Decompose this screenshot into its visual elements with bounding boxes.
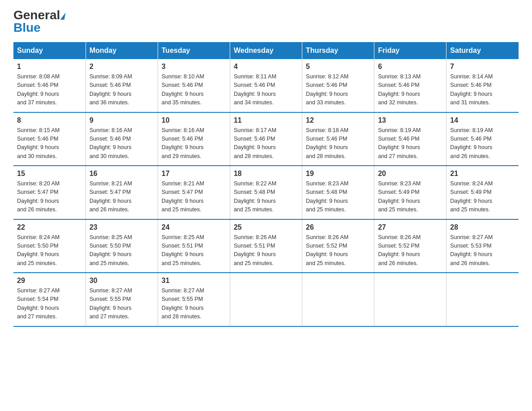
day-number: 25 <box>234 223 298 231</box>
week-row-4: 22Sunrise: 8:24 AMSunset: 5:50 PMDayligh… <box>13 219 519 273</box>
day-number: 8 <box>17 116 82 124</box>
calendar-cell: 28Sunrise: 8:27 AMSunset: 5:53 PMDayligh… <box>446 219 519 273</box>
calendar-cell: 6Sunrise: 8:13 AMSunset: 5:46 PMDaylight… <box>374 59 446 112</box>
calendar-cell: 20Sunrise: 8:23 AMSunset: 5:49 PMDayligh… <box>374 166 446 219</box>
calendar-cell: 4Sunrise: 8:11 AMSunset: 5:46 PMDaylight… <box>230 59 302 112</box>
day-info: Sunrise: 8:13 AMSunset: 5:46 PMDaylight:… <box>378 73 442 107</box>
calendar-cell: 31Sunrise: 8:27 AMSunset: 5:55 PMDayligh… <box>158 273 230 326</box>
week-row-5: 29Sunrise: 8:27 AMSunset: 5:54 PMDayligh… <box>13 273 519 326</box>
day-number: 7 <box>450 63 515 71</box>
day-number: 11 <box>234 116 298 124</box>
weekday-header-tuesday: Tuesday <box>158 42 230 59</box>
day-number: 16 <box>90 170 154 178</box>
day-number: 10 <box>162 116 226 124</box>
day-info: Sunrise: 8:16 AMSunset: 5:46 PMDaylight:… <box>90 126 154 161</box>
day-info: Sunrise: 8:23 AMSunset: 5:48 PMDaylight:… <box>306 180 370 214</box>
day-number: 27 <box>378 223 442 231</box>
logo: General Blue <box>13 9 65 34</box>
calendar-cell <box>374 273 446 326</box>
week-row-1: 1Sunrise: 8:08 AMSunset: 5:46 PMDaylight… <box>13 59 519 112</box>
calendar-cell: 14Sunrise: 8:19 AMSunset: 5:46 PMDayligh… <box>446 112 519 166</box>
day-info: Sunrise: 8:26 AMSunset: 5:52 PMDaylight:… <box>378 233 442 268</box>
weekday-header-thursday: Thursday <box>302 42 374 59</box>
day-number: 12 <box>306 116 370 124</box>
day-info: Sunrise: 8:23 AMSunset: 5:49 PMDaylight:… <box>378 180 442 214</box>
day-info: Sunrise: 8:21 AMSunset: 5:47 PMDaylight:… <box>90 180 154 214</box>
day-info: Sunrise: 8:10 AMSunset: 5:46 PMDaylight:… <box>162 73 226 107</box>
day-info: Sunrise: 8:24 AMSunset: 5:49 PMDaylight:… <box>450 180 515 214</box>
calendar-cell <box>230 273 302 326</box>
day-info: Sunrise: 8:14 AMSunset: 5:46 PMDaylight:… <box>450 73 515 107</box>
weekday-header-saturday: Saturday <box>446 42 519 59</box>
day-info: Sunrise: 8:26 AMSunset: 5:52 PMDaylight:… <box>306 233 370 268</box>
calendar-cell: 30Sunrise: 8:27 AMSunset: 5:55 PMDayligh… <box>86 273 158 326</box>
day-number: 22 <box>17 223 82 231</box>
weekday-header-row: SundayMondayTuesdayWednesdayThursdayFrid… <box>13 42 519 59</box>
calendar-cell: 7Sunrise: 8:14 AMSunset: 5:46 PMDaylight… <box>446 59 519 112</box>
day-number: 4 <box>234 63 298 71</box>
calendar-cell: 5Sunrise: 8:12 AMSunset: 5:46 PMDaylight… <box>302 59 374 112</box>
day-number: 19 <box>306 170 370 178</box>
calendar-cell: 2Sunrise: 8:09 AMSunset: 5:46 PMDaylight… <box>86 59 158 112</box>
calendar-cell: 15Sunrise: 8:20 AMSunset: 5:47 PMDayligh… <box>13 166 86 219</box>
weekday-header-monday: Monday <box>86 42 158 59</box>
day-info: Sunrise: 8:19 AMSunset: 5:46 PMDaylight:… <box>450 126 515 161</box>
day-info: Sunrise: 8:27 AMSunset: 5:55 PMDaylight:… <box>162 287 226 321</box>
calendar-cell: 22Sunrise: 8:24 AMSunset: 5:50 PMDayligh… <box>13 219 86 273</box>
day-info: Sunrise: 8:27 AMSunset: 5:54 PMDaylight:… <box>17 287 82 321</box>
calendar-cell <box>302 273 374 326</box>
calendar-cell: 10Sunrise: 8:16 AMSunset: 5:46 PMDayligh… <box>158 112 230 166</box>
day-info: Sunrise: 8:11 AMSunset: 5:46 PMDaylight:… <box>234 73 298 107</box>
calendar-cell: 26Sunrise: 8:26 AMSunset: 5:52 PMDayligh… <box>302 219 374 273</box>
day-info: Sunrise: 8:09 AMSunset: 5:46 PMDaylight:… <box>90 73 154 107</box>
day-number: 29 <box>17 277 82 285</box>
page-header: General Blue <box>13 9 519 34</box>
day-info: Sunrise: 8:16 AMSunset: 5:46 PMDaylight:… <box>162 126 226 161</box>
day-info: Sunrise: 8:25 AMSunset: 5:51 PMDaylight:… <box>162 233 226 268</box>
day-number: 24 <box>162 223 226 231</box>
day-info: Sunrise: 8:12 AMSunset: 5:46 PMDaylight:… <box>306 73 370 107</box>
day-number: 17 <box>162 170 226 178</box>
calendar-cell: 16Sunrise: 8:21 AMSunset: 5:47 PMDayligh… <box>86 166 158 219</box>
logo-general-text: General <box>13 9 65 21</box>
calendar-cell: 25Sunrise: 8:26 AMSunset: 5:51 PMDayligh… <box>230 219 302 273</box>
day-info: Sunrise: 8:17 AMSunset: 5:46 PMDaylight:… <box>234 126 298 161</box>
day-info: Sunrise: 8:08 AMSunset: 5:46 PMDaylight:… <box>17 73 82 107</box>
weekday-header-sunday: Sunday <box>13 42 86 59</box>
day-number: 3 <box>162 63 226 71</box>
day-info: Sunrise: 8:25 AMSunset: 5:50 PMDaylight:… <box>90 233 154 268</box>
day-info: Sunrise: 8:20 AMSunset: 5:47 PMDaylight:… <box>17 180 82 214</box>
day-info: Sunrise: 8:27 AMSunset: 5:55 PMDaylight:… <box>90 287 154 321</box>
day-number: 30 <box>90 277 154 285</box>
day-info: Sunrise: 8:22 AMSunset: 5:48 PMDaylight:… <box>234 180 298 214</box>
day-number: 26 <box>306 223 370 231</box>
day-info: Sunrise: 8:21 AMSunset: 5:47 PMDaylight:… <box>162 180 226 214</box>
day-number: 1 <box>17 63 82 71</box>
calendar-cell: 13Sunrise: 8:19 AMSunset: 5:46 PMDayligh… <box>374 112 446 166</box>
calendar-cell: 1Sunrise: 8:08 AMSunset: 5:46 PMDaylight… <box>13 59 86 112</box>
day-info: Sunrise: 8:27 AMSunset: 5:53 PMDaylight:… <box>450 233 515 268</box>
day-number: 21 <box>450 170 515 178</box>
calendar-cell: 18Sunrise: 8:22 AMSunset: 5:48 PMDayligh… <box>230 166 302 219</box>
day-number: 14 <box>450 116 515 124</box>
calendar-cell: 12Sunrise: 8:18 AMSunset: 5:46 PMDayligh… <box>302 112 374 166</box>
weekday-header-wednesday: Wednesday <box>230 42 302 59</box>
day-number: 13 <box>378 116 442 124</box>
day-info: Sunrise: 8:15 AMSunset: 5:46 PMDaylight:… <box>17 126 82 161</box>
calendar-cell: 21Sunrise: 8:24 AMSunset: 5:49 PMDayligh… <box>446 166 519 219</box>
day-number: 20 <box>378 170 442 178</box>
day-number: 23 <box>90 223 154 231</box>
calendar-cell: 23Sunrise: 8:25 AMSunset: 5:50 PMDayligh… <box>86 219 158 273</box>
calendar-table: SundayMondayTuesdayWednesdayThursdayFrid… <box>13 42 519 327</box>
calendar-cell: 3Sunrise: 8:10 AMSunset: 5:46 PMDaylight… <box>158 59 230 112</box>
day-info: Sunrise: 8:18 AMSunset: 5:46 PMDaylight:… <box>306 126 370 161</box>
day-info: Sunrise: 8:19 AMSunset: 5:46 PMDaylight:… <box>378 126 442 161</box>
calendar-cell: 19Sunrise: 8:23 AMSunset: 5:48 PMDayligh… <box>302 166 374 219</box>
calendar-cell: 29Sunrise: 8:27 AMSunset: 5:54 PMDayligh… <box>13 273 86 326</box>
week-row-3: 15Sunrise: 8:20 AMSunset: 5:47 PMDayligh… <box>13 166 519 219</box>
day-number: 5 <box>306 63 370 71</box>
weekday-header-friday: Friday <box>374 42 446 59</box>
day-number: 31 <box>162 277 226 285</box>
day-number: 18 <box>234 170 298 178</box>
day-number: 28 <box>450 223 515 231</box>
